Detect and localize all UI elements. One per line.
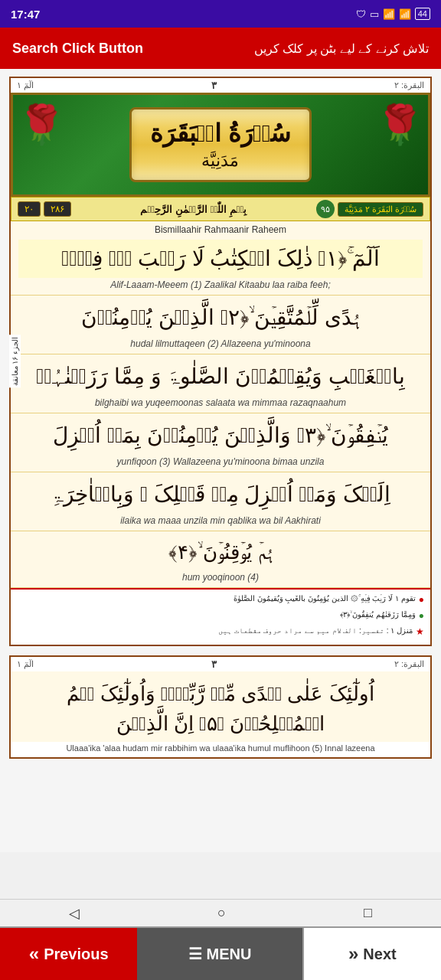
previous-button[interactable]: « Previous (0, 928, 137, 980)
verse-block-4: یُنۡفِقُوۡنَ ۙ﴿۳﴾ وَالَّذِیۡنَ یُؤۡمِنُو… (11, 413, 430, 472)
note-line-1: ● تقوم ۱ لَا رَيۡبَ فِيۡهِ ۚ۞ الذين يُؤم… (17, 593, 424, 607)
system-nav-bar: ◁ ○ □ (0, 899, 441, 926)
sim-icon: ▭ (370, 8, 379, 20)
note-line-3: ★ مَنزل ۱ : تفسیر: الف لام میم سے مراد ح… (17, 625, 424, 639)
recent-button[interactable]: □ (364, 905, 372, 921)
page-top-right: الٓمٓ ۱ (17, 80, 34, 90)
page2-top-center: ۳ (211, 658, 217, 670)
info-left-group: ۲۰ ۲۸۶ (18, 201, 71, 217)
surah-name-frame: سُوۡرَةُ الۡبَقَرَة مَدَنِيَّة (129, 107, 312, 182)
bismillah-row: Bismillaahir Rahmaanir Raheem (11, 221, 430, 237)
info-box-left2: ۲۸۶ (44, 201, 71, 217)
notes-section: ● تقوم ۱ لَا رَيۡبَ فِيۡهِ ۚ۞ الذين يُؤم… (11, 588, 430, 645)
next-button[interactable]: » Next (302, 928, 441, 980)
page2-top-right: الٓمٓ ۱ (17, 659, 34, 669)
verse-trans-3: bilghaibi wa yuqeemoonas salaata wa mimm… (18, 396, 423, 411)
battery-indicator: 44 (415, 8, 430, 20)
bottom-nav: « Previous ☰ MENU » Next (0, 926, 441, 980)
info-right-box: سُوۡرَة البَقَرَة ۲ مَدَنِيَّة (338, 202, 423, 217)
shield-icon: 🛡 (356, 8, 366, 20)
note-bullet-green-1: ● (419, 609, 424, 623)
note-text-1: تقوم ۱ لَا رَيۡبَ فِيۡهِ ۚ۞ الذين يُؤمِن… (234, 593, 416, 605)
verse-arabic-4: یُنۡفِقُوۡنَ ۙ﴿۳﴾ وَالَّذِیۡنَ یُؤۡمِنُو… (18, 416, 423, 455)
page-header: البقرة: ۲ ۳ الٓمٓ ۱ (11, 78, 430, 93)
prev-label: Previous (44, 946, 108, 963)
info-bar: ۲۰ ۲۸۶ بِسۡمِ اللّٰہِ الرَّحۡمٰنِ الرَّح… (11, 197, 430, 221)
status-time: 17:47 (11, 8, 40, 21)
note-bullet-red-1: ● (419, 593, 424, 607)
page2-top-left: البقرة: ۲ (394, 659, 424, 669)
prev-arrow-icon: « (29, 943, 39, 965)
info-badge: ۹۵ (316, 200, 335, 218)
page2-header: البقرة: ۲ ۳ الٓمٓ ۱ (11, 657, 430, 671)
note-bullet-3: ★ (416, 625, 424, 639)
quran-page-2: البقرة: ۲ ۳ الٓمٓ ۱ اُولٰٓئِکَ عَلٰی ہُد… (9, 655, 432, 759)
back-button[interactable]: ◁ (69, 905, 80, 922)
header: Search Click Button تلاش کرنے کے لیے بٹن… (0, 28, 441, 69)
verse-arabic-2: ہُدًی لِّلۡمُتَّقِیۡنَ ۙ﴿۲﴾ الَّذِیۡنَ ی… (18, 299, 423, 337)
verse-arabic-3: بِالۡغَیۡبِ وَیُقِیۡمُوۡنَ الصَّلٰوۃَ وَ… (18, 358, 423, 396)
side-label: الجزء ۱۶ معانقة (9, 335, 21, 388)
menu-label: MENU (207, 946, 252, 963)
page-top-center: ۳ (211, 80, 217, 91)
page2-transliteration: Ulaaa'ika 'alaa hudam mir rabbihim wa ul… (11, 742, 430, 757)
verse-arabic-6: ہُمۡ یُوۡقِنُوۡنَ ۙ﴿۴﴾ (18, 534, 423, 570)
verse-arabic-1: اَلٓمٓ ۚ﴿۱﴾ ذٰلِکَ الۡکِتٰبُ لَا رَیۡبَ … (18, 240, 423, 278)
info-box-left1: ۲۰ (18, 201, 41, 217)
verse-trans-5: ilaika wa maaa unzila min qablika wa bil… (18, 514, 423, 529)
next-arrow-icon: » (348, 943, 358, 965)
info-center-bismillah: بِسۡمِ اللّٰہِ الرَّحۡمٰنِ الرَّحِیۡم (140, 204, 247, 215)
floral-left-decoration: 🌹 (18, 103, 65, 147)
verse-block-3: بِالۡغَیۡبِ وَیُقِیۡمُوۡنَ الصَّلٰوۃَ وَ… (11, 354, 430, 413)
verse-block-2: ہُدًی لِّلۡمُتَّقِیۡنَ ۙ﴿۲﴾ الَّذِیۡنَ ی… (11, 296, 430, 354)
verse-block-5: اِلَیۡکَ وَمَاۤ اُنۡزِلَ مِنۡ قَبۡلِکَ ۚ… (11, 472, 430, 531)
menu-icon: ☰ (188, 945, 202, 963)
quran-page-1: الجزء ۱۶ معانقة البقرة: ۲ ۳ الٓمٓ ۱ 🌹 🌹 … (9, 77, 432, 646)
signal-icon: 📶 (399, 8, 411, 20)
header-urdu-text: تلاش کرنے کے لیے بٹن پر کلک کریں (254, 41, 429, 56)
verse-trans-1: Alif-Laaam-Meeem (1) Zaalikal Kitaabu la… (18, 278, 423, 293)
home-button[interactable]: ○ (217, 905, 226, 921)
status-icons: 🛡 ▭ 📶 📶 44 (356, 8, 430, 20)
header-title: Search Click Button (12, 41, 143, 57)
info-right-group: ۹۵ سُوۡرَة البَقَرَة ۲ مَدَنِيَّة (316, 200, 423, 218)
verse-trans-2: hudal lilmuttaqeen (2) Allazeena yu'mino… (18, 337, 423, 352)
verse-arabic-5: اِلَیۡکَ وَمَاۤ اُنۡزِلَ مِنۡ قَبۡلِکَ ۚ… (18, 475, 423, 514)
surah-name-arabic: سُوۡرَةُ الۡبَقَرَة (150, 119, 292, 148)
next-label: Next (363, 946, 396, 963)
status-bar: 17:47 🛡 ▭ 📶 📶 44 (0, 0, 441, 28)
verse-block-6: ہُمۡ یُوۡقِنُوۡنَ ۙ﴿۴﴾ hum yooqinoon (4) (11, 531, 430, 588)
page2-arabic: اُولٰٓئِکَ عَلٰی ہُدًی مِّنۡ رَّبِّہِمۡ … (11, 671, 430, 742)
page-top-left: البقرة: ۲ (394, 80, 424, 90)
floral-right-decoration: 🌹 (376, 103, 423, 147)
note-text-2: وَمِمَّا رَزَقنٰهُم يُنفِقُونَ ۙ﴿۳﴾ (340, 609, 416, 621)
surah-banner: 🌹 🌹 سُوۡرَةُ الۡبَقَرَة مَدَنِيَّة (11, 93, 430, 197)
note-text-3: مَنزل ۱ : تفسیر: الف لام میم سے مراد حرو… (218, 625, 413, 637)
verse-trans-6: hum yooqinoon (4) (18, 570, 423, 586)
verse-trans-4: yunfiqoon (3) Wallazeena yu'minoona bima… (18, 455, 423, 470)
wifi-icon: 📶 (383, 8, 395, 20)
surah-name-type: مَدَنِيَّة (150, 151, 292, 171)
note-line-2: ● وَمِمَّا رَزَقنٰهُم يُنفِقُونَ ۙ﴿۳﴾ (17, 609, 424, 623)
main-content: الجزء ۱۶ معانقة البقرة: ۲ ۳ الٓمٓ ۱ 🌹 🌹 … (0, 69, 441, 852)
menu-button[interactable]: ☰ MENU (137, 928, 302, 980)
bismillah-text: Bismillaahir Rahmaanir Raheem (155, 224, 286, 235)
verse-block-1: اَلٓمٓ ۚ﴿۱﴾ ذٰلِکَ الۡکِتٰبُ لَا رَیۡبَ … (11, 237, 430, 296)
